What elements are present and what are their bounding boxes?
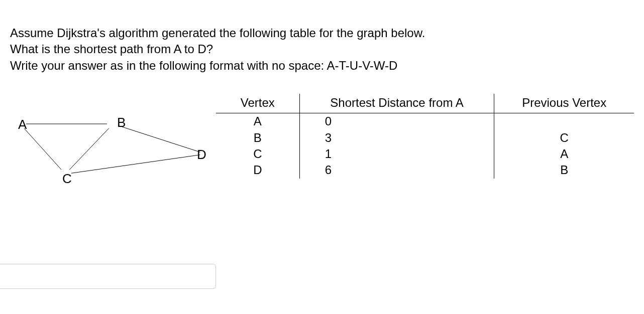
- prompt-line-1: Assume Dijkstra's algorithm generated th…: [10, 25, 634, 41]
- graph-edge-A-C: [24, 128, 61, 170]
- cell-vertex: D: [216, 162, 299, 178]
- graph-node-A: A: [18, 117, 27, 132]
- table-row: D 6 B: [216, 162, 634, 178]
- dijkstra-table: Vertex Shortest Distance from A Previous…: [216, 94, 634, 179]
- graph-diagram: ABCD: [10, 94, 211, 184]
- question-prompt: Assume Dijkstra's algorithm generated th…: [10, 25, 634, 74]
- graph-edge-B-C: [69, 128, 109, 170]
- col-header-previous: Previous Vertex: [494, 94, 634, 113]
- table-row: A 0: [216, 113, 634, 130]
- graph-edge-B-D: [119, 126, 200, 152]
- cell-vertex: C: [216, 146, 299, 162]
- cell-previous: A: [494, 146, 634, 162]
- cell-previous: [494, 113, 634, 130]
- cell-distance: 3: [299, 130, 494, 146]
- prompt-line-2: What is the shortest path from A to D?: [10, 41, 634, 57]
- cell-distance: 0: [299, 113, 494, 130]
- graph-node-C: C: [62, 171, 72, 184]
- graph-node-D: D: [197, 147, 206, 162]
- cell-vertex: A: [216, 113, 299, 130]
- cell-distance: 1: [299, 146, 494, 162]
- table-row: C 1 A: [216, 146, 634, 162]
- prompt-line-3: Write your answer as in the following fo…: [10, 58, 634, 74]
- answer-input[interactable]: [0, 264, 216, 289]
- cell-vertex: B: [216, 130, 299, 146]
- col-header-distance: Shortest Distance from A: [299, 94, 494, 113]
- cell-previous: B: [494, 162, 634, 178]
- cell-previous: C: [494, 130, 634, 146]
- graph-node-B: B: [117, 115, 126, 130]
- graph-edge-C-D: [71, 155, 200, 174]
- table-row: B 3 C: [216, 130, 634, 146]
- col-header-vertex: Vertex: [216, 94, 299, 113]
- cell-distance: 6: [299, 162, 494, 178]
